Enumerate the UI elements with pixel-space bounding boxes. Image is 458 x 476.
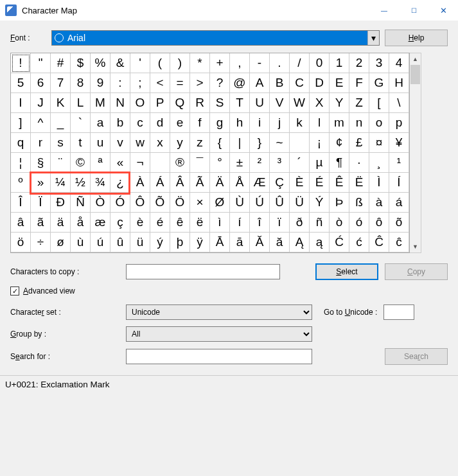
char-cell[interactable]: å	[71, 213, 91, 233]
char-cell[interactable]: ¢	[330, 133, 349, 153]
char-cell[interactable]: »	[31, 173, 51, 193]
char-cell[interactable]: r	[31, 133, 51, 153]
char-cell[interactable]: <	[150, 73, 170, 93]
char-cell[interactable]: 4	[389, 53, 409, 73]
search-input[interactable]	[126, 349, 312, 364]
char-cell[interactable]: Ý	[310, 193, 330, 213]
char-cell[interactable]: ü	[130, 233, 150, 252]
char-cell[interactable]: x	[150, 133, 170, 153]
char-cell[interactable]: Ú	[250, 193, 270, 213]
char-cell[interactable]: (	[150, 53, 170, 73]
scroll-up-icon[interactable]: ▲	[410, 53, 421, 65]
char-cell[interactable]: ă	[270, 233, 290, 252]
char-cell[interactable]: s	[51, 133, 71, 153]
char-cell[interactable]: -	[250, 53, 270, 73]
char-cell[interactable]: ¯	[190, 153, 210, 173]
char-cell[interactable]: Ć	[330, 233, 349, 252]
char-cell[interactable]: p	[389, 113, 409, 133]
char-cell[interactable]: R	[190, 93, 210, 113]
char-cell[interactable]: Ì	[369, 173, 389, 193]
char-cell[interactable]: ì	[210, 213, 230, 233]
char-cell[interactable]: ć	[349, 233, 369, 252]
char-cell[interactable]: \	[389, 93, 409, 113]
char-cell[interactable]: ^	[31, 113, 51, 133]
char-cell[interactable]: 7	[51, 73, 71, 93]
char-cell[interactable]: t	[71, 133, 91, 153]
char-cell[interactable]: }	[250, 133, 270, 153]
char-cell[interactable]: ù	[71, 233, 91, 252]
char-cell[interactable]: Æ	[250, 173, 270, 193]
char-cell[interactable]: ­	[150, 153, 170, 173]
char-cell[interactable]: Ü	[290, 193, 310, 213]
char-cell[interactable]: ç	[110, 213, 130, 233]
char-cell[interactable]: W	[290, 93, 310, 113]
char-cell[interactable]: ¾	[91, 173, 110, 193]
char-cell[interactable]: º	[11, 173, 31, 193]
char-cell[interactable]: 6	[31, 73, 51, 93]
char-cell[interactable]: ĉ	[389, 233, 409, 252]
char-cell[interactable]: ¿	[110, 173, 130, 193]
char-cell[interactable]: 8	[71, 73, 91, 93]
char-cell[interactable]: þ	[170, 233, 190, 252]
char-cell[interactable]: I	[11, 93, 31, 113]
char-cell[interactable]: Ù	[230, 193, 250, 213]
char-cell[interactable]: Î	[11, 193, 31, 213]
char-cell[interactable]: æ	[91, 213, 110, 233]
char-cell[interactable]: A	[250, 73, 270, 93]
char-cell[interactable]: Ð	[51, 193, 71, 213]
char-cell[interactable]: Ĉ	[369, 233, 389, 252]
char-cell[interactable]: /	[290, 53, 310, 73]
char-cell[interactable]: Ã	[190, 173, 210, 193]
char-cell[interactable]: ©	[71, 153, 91, 173]
char-cell[interactable]: é	[150, 213, 170, 233]
char-cell[interactable]: ê	[170, 213, 190, 233]
char-cell[interactable]: ·	[349, 153, 369, 173]
char-cell[interactable]: 1	[330, 53, 349, 73]
char-cell[interactable]: D	[310, 73, 330, 93]
char-cell[interactable]: ¼	[51, 173, 71, 193]
char-cell[interactable]: #	[51, 53, 71, 73]
char-cell[interactable]: Ç	[270, 173, 290, 193]
char-cell[interactable]: B	[270, 73, 290, 93]
char-cell[interactable]: µ	[310, 153, 330, 173]
char-cell[interactable]: %	[91, 53, 110, 73]
char-cell[interactable]: L	[71, 93, 91, 113]
char-cell[interactable]: ²	[250, 153, 270, 173]
char-cell[interactable]: U	[250, 93, 270, 113]
char-cell[interactable]: ¡	[310, 133, 330, 153]
char-cell[interactable]: '	[130, 53, 150, 73]
char-cell[interactable]: ¦	[11, 153, 31, 173]
char-cell[interactable]: È	[290, 173, 310, 193]
char-cell[interactable]: a	[91, 113, 110, 133]
character-grid[interactable]: !"#$%&'()*+,-./0123456789:;<=>?@ABCDEFGH…	[10, 53, 410, 253]
char-cell[interactable]: ®	[170, 153, 190, 173]
char-cell[interactable]: z	[190, 133, 210, 153]
char-cell[interactable]: :	[110, 73, 130, 93]
char-cell[interactable]: V	[270, 93, 290, 113]
char-cell[interactable]: ¨	[51, 153, 71, 173]
scroll-down-icon[interactable]: ▼	[410, 241, 421, 252]
char-cell[interactable]: y	[170, 133, 190, 153]
char-cell[interactable]: ×	[190, 193, 210, 213]
char-cell[interactable]: >	[190, 73, 210, 93]
char-cell[interactable]: Í	[389, 173, 409, 193]
char-cell[interactable]: §	[31, 153, 51, 173]
char-cell[interactable]: Þ	[330, 193, 349, 213]
char-cell[interactable]: v	[110, 133, 130, 153]
char-cell[interactable]: ò	[330, 213, 349, 233]
char-cell[interactable]: ª	[91, 153, 110, 173]
char-cell[interactable]: Û	[270, 193, 290, 213]
char-cell[interactable]: J	[31, 93, 51, 113]
char-cell[interactable]: ±	[230, 153, 250, 173]
char-cell[interactable]: _	[51, 113, 71, 133]
char-cell[interactable]	[290, 133, 310, 153]
maximize-button[interactable]: ☐	[399, 0, 428, 21]
char-cell[interactable]: ë	[190, 213, 210, 233]
char-cell[interactable]: .	[270, 53, 290, 73]
char-cell[interactable]: q	[11, 133, 31, 153]
char-cell[interactable]: h	[230, 113, 250, 133]
char-cell[interactable]: ~	[270, 133, 290, 153]
goto-unicode-input[interactable]	[383, 304, 414, 320]
search-button[interactable]: Search	[385, 348, 448, 365]
char-cell[interactable]: Z	[349, 93, 369, 113]
